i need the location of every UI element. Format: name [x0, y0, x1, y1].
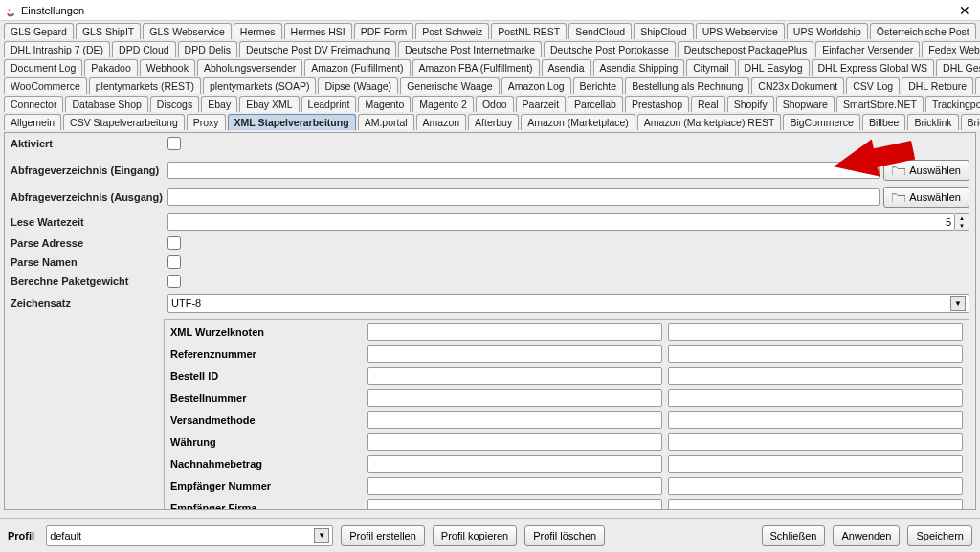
checkbox-aktiviert[interactable] — [167, 137, 181, 150]
checkbox-parse-namen[interactable] — [167, 255, 181, 269]
tab-dhl-intraship-7-de-[interactable]: DHL Intraship 7 (DE) — [4, 41, 110, 57]
tab-asendia[interactable]: Asendia — [542, 59, 591, 76]
tab-amazon-fba-fulfillment-[interactable]: Amazon FBA (Fulfillment) — [412, 59, 540, 76]
tab-magento[interactable]: Magento — [358, 96, 411, 112]
tab-dhl-express-global-ws[interactable]: DHL Express Global WS — [812, 59, 935, 76]
tab-plentymarkets-soap-[interactable]: plentymarkets (SOAP) — [203, 77, 316, 94]
button-speichern[interactable]: Speichern — [907, 525, 972, 546]
tab-sendcloud[interactable]: SendCloud — [568, 23, 632, 39]
field-input-1[interactable] — [368, 455, 662, 473]
tab-connector[interactable]: Connector — [4, 96, 63, 112]
field-input-1[interactable] — [368, 367, 662, 385]
field-input-1[interactable] — [368, 323, 662, 341]
field-input-1[interactable] — [368, 345, 662, 363]
tab-shipcloud[interactable]: ShipCloud — [634, 23, 693, 39]
field-input-1[interactable] — [368, 433, 662, 451]
tab-bricklink[interactable]: Bricklink — [907, 114, 958, 130]
tab-pdf-form[interactable]: PDF Form — [354, 23, 413, 39]
tab-plentymarkets-rest-[interactable]: plentymarkets (REST) — [89, 77, 201, 94]
field-input-1[interactable] — [368, 477, 662, 495]
tab-document-log[interactable]: Document Log — [4, 59, 82, 76]
tab-real[interactable]: Real — [691, 96, 725, 112]
tab-ups-webservice[interactable]: UPS Webservice — [696, 23, 785, 39]
tab-allgemein[interactable]: Allgemein — [4, 114, 61, 130]
checkbox-paketgewicht[interactable] — [167, 275, 181, 288]
tab-leadprint[interactable]: Leadprint — [301, 96, 357, 112]
tab-dpd-cloud[interactable]: DPD Cloud — [112, 41, 176, 57]
field-input-2[interactable] — [668, 499, 963, 510]
tab-smartstore-net[interactable]: SmartStore.NET — [836, 96, 924, 112]
tab-bestellung-als-rechnung[interactable]: Bestellung als Rechnung — [625, 77, 749, 94]
tab-amazon-marketplace-rest[interactable]: Amazon (Marketplace) REST — [637, 114, 782, 130]
button-eingang-auswaehlen[interactable]: Auswählen — [883, 160, 969, 181]
tab-cn23x-dokument[interactable]: CN23x Dokument — [751, 77, 844, 94]
tab-amazon-marketplace-[interactable]: Amazon (Marketplace) — [521, 114, 635, 130]
checkbox-parse-adresse[interactable] — [167, 236, 181, 250]
tab-amazon[interactable]: Amazon — [416, 114, 467, 130]
tab-ebay-xml[interactable]: Ebay XML — [239, 96, 299, 112]
field-input-2[interactable] — [668, 455, 963, 473]
field-input-2[interactable] — [668, 411, 963, 429]
tab-xml-stapelverarbeitung[interactable]: XML Stapelverarbeitung — [228, 114, 356, 130]
tab-ebay[interactable]: Ebay — [201, 96, 237, 112]
tab-csv-log[interactable]: CSV Log — [846, 77, 900, 94]
tab-berichte[interactable]: Berichte — [573, 77, 624, 94]
field-input-2[interactable] — [668, 389, 963, 407]
button-ausgang-auswaehlen[interactable]: Auswählen — [883, 187, 969, 208]
tab-parcellab[interactable]: Parcellab — [568, 96, 623, 112]
tab-postnl-rest[interactable]: PostNL REST — [491, 23, 567, 39]
spinner-buttons[interactable]: ▲▼ — [955, 213, 969, 231]
tab-gls-webservice[interactable]: GLS Webservice — [143, 23, 232, 39]
tab-brickowl[interactable]: Brickowl — [961, 114, 980, 130]
tab-asendia-shipping[interactable]: Asendia Shipping — [593, 59, 685, 76]
input-ausgang[interactable] — [167, 188, 880, 206]
button-profil-erstellen[interactable]: Profil erstellen — [341, 525, 425, 546]
field-input-2[interactable] — [668, 345, 963, 363]
button-schliessen[interactable]: Schließen — [762, 525, 826, 546]
button-profil-loeschen[interactable]: Profil löschen — [524, 525, 605, 546]
field-input-2[interactable] — [668, 367, 963, 385]
select-profil[interactable]: default ▼ — [46, 525, 333, 546]
tab-generische-waage[interactable]: Generische Waage — [400, 77, 500, 94]
field-input-1[interactable] — [368, 411, 662, 429]
input-eingang[interactable] — [167, 162, 880, 179]
tab-woocommerce[interactable]: WooCommerce — [4, 77, 87, 94]
tab-csv-stapelverarbeitung[interactable]: CSV Stapelverarbeitung — [63, 114, 185, 130]
tab-deutsche-post-portokasse[interactable]: Deutsche Post Portokasse — [544, 41, 676, 57]
tab-gls-gepard[interactable]: GLS Gepard — [4, 23, 74, 39]
tab-prestashop[interactable]: Prestashop — [625, 96, 689, 112]
tab-webhook[interactable]: Webhook — [140, 59, 195, 76]
tab-billbee[interactable]: Billbee — [862, 114, 906, 130]
tab-discogs[interactable]: Discogs — [150, 96, 199, 112]
tab-gls-shipit[interactable]: GLS ShipIT — [76, 23, 141, 39]
tab-dhl-easylog[interactable]: DHL Easylog — [738, 59, 810, 76]
input-wartezeit[interactable] — [167, 213, 955, 231]
tab-proxy[interactable]: Proxy — [187, 114, 226, 130]
tab-magento-2[interactable]: Magento 2 — [412, 96, 474, 112]
tab-post-schweiz[interactable]: Post Schweiz — [415, 23, 489, 39]
tab-dhl-retoure[interactable]: DHL Retoure — [902, 77, 973, 94]
tab-amazon-fulfillment-[interactable]: Amazon (Fulfillment) — [304, 59, 410, 76]
tab-paarzeit[interactable]: Paarzeit — [516, 96, 567, 112]
tab-abholungsversender[interactable]: Abholungsversender — [197, 59, 302, 76]
select-zeichensatz[interactable]: UTF-8 ▼ — [167, 294, 969, 313]
tab-afterbuy[interactable]: Afterbuy — [468, 114, 519, 130]
field-input-1[interactable] — [368, 499, 662, 510]
tab-hermes-hsi[interactable]: Hermes HSI — [284, 23, 352, 39]
tab-dpd-delis[interactable]: DPD Delis — [178, 41, 237, 57]
field-input-2[interactable] — [668, 433, 963, 451]
tab-deutsche-post-dv-freimachung[interactable]: Deutsche Post DV Freimachung — [239, 41, 396, 57]
tab-citymail[interactable]: Citymail — [686, 59, 735, 76]
tab-einfacher-versender[interactable]: Einfacher Versender — [815, 41, 920, 57]
button-anwenden[interactable]: Anwenden — [833, 525, 900, 546]
tab-dipse-waage-[interactable]: Dipse (Waage) — [318, 77, 398, 94]
tab-bigcommerce[interactable]: BigCommerce — [783, 114, 860, 130]
button-profil-kopieren[interactable]: Profil kopieren — [433, 525, 517, 546]
field-input-2[interactable] — [668, 323, 963, 341]
tab--sterreichische-post[interactable]: Österreichische Post — [870, 23, 976, 39]
tab-shopware[interactable]: Shopware — [776, 96, 835, 112]
tab-dhl-gesch-ftskundenversand[interactable]: DHL Geschäftskundenversand — [936, 59, 980, 76]
tab-pakadoo[interactable]: Pakadoo — [84, 59, 137, 76]
tab-odoo[interactable]: Odoo — [476, 96, 514, 112]
field-input-1[interactable] — [368, 389, 662, 407]
